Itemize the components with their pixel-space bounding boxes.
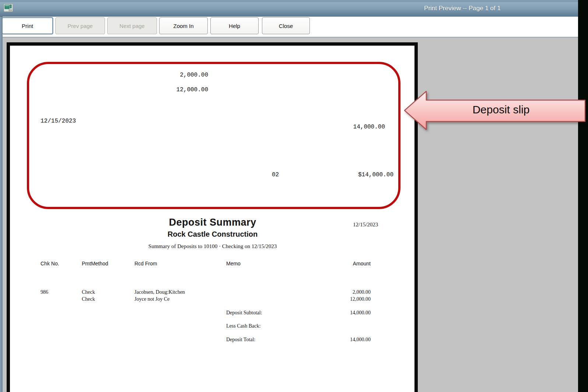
deposit-slip-annotation-label: Deposit slip xyxy=(462,103,540,116)
slip-check-amount-2: 12,000.00 xyxy=(134,86,208,93)
table-row-method: Check xyxy=(82,296,95,302)
toolbar: Print Prev page Next page Zoom In Help C… xyxy=(0,17,578,37)
printed-page: 2,000.00 12,000.00 12/15/2023 14,000.00 … xyxy=(7,42,418,392)
help-button[interactable]: Help xyxy=(210,17,259,34)
table-row-amount: 12,000.00 xyxy=(297,296,371,302)
close-button[interactable]: Close xyxy=(262,17,310,34)
prev-page-button[interactable]: Prev page xyxy=(55,17,105,34)
deposit-subtotal-value: 14,000.00 xyxy=(297,310,371,316)
table-row-chk: 986 xyxy=(41,289,48,295)
deposit-slip-highlight-circle xyxy=(27,62,400,209)
app-window-icon[interactable] xyxy=(4,4,13,12)
deposit-total-label: Deposit Total: xyxy=(226,337,255,343)
background-strip xyxy=(578,0,588,392)
table-row-amount: 2,000.00 xyxy=(297,289,371,295)
print-preview-window: Print Preview -- Page 1 of 1 Print Prev … xyxy=(0,0,578,392)
window-left-frame xyxy=(0,17,3,392)
less-cash-back-label: Less Cash Back: xyxy=(226,323,260,329)
summary-company: Rock Castle Construction xyxy=(102,230,323,239)
slip-net-deposit: $14,000.00 xyxy=(320,172,393,178)
slip-check-amount-1: 2,000.00 xyxy=(134,72,208,78)
col-header-pmtmethod: PmtMethod xyxy=(82,261,108,266)
next-page-button[interactable]: Next page xyxy=(107,17,157,34)
col-header-chk-no: Chk No. xyxy=(41,261,59,266)
slip-subtotal: 14,000.00 xyxy=(311,124,385,130)
deposit-total-value: 14,000.00 xyxy=(297,337,371,343)
col-header-amount: Amount xyxy=(297,261,371,266)
window-title: Print Preview -- Page 1 of 1 xyxy=(416,0,508,16)
titlebar: Print Preview -- Page 1 of 1 xyxy=(0,0,578,17)
slip-items-count: 02 xyxy=(272,172,279,178)
table-row-rcd-from: Joyce not Joy Ce xyxy=(134,296,169,302)
col-header-rcd-from: Rcd From xyxy=(134,261,157,266)
slip-date: 12/15/2023 xyxy=(41,118,76,124)
col-header-memo: Memo xyxy=(226,261,241,266)
table-row-rcd-from: Jacobsen, Doug:Kitchen xyxy=(134,289,185,295)
summary-date: 12/15/2023 xyxy=(353,222,378,228)
deposit-subtotal-label: Deposit Subtotal: xyxy=(226,310,262,316)
table-row-method: Check xyxy=(82,289,95,295)
zoom-in-button[interactable]: Zoom In xyxy=(159,17,208,34)
print-button[interactable]: Print xyxy=(2,17,53,34)
summary-title: Deposit Summary xyxy=(102,217,323,228)
summary-subtitle: Summary of Deposits to 10100 · Checking … xyxy=(102,243,323,250)
